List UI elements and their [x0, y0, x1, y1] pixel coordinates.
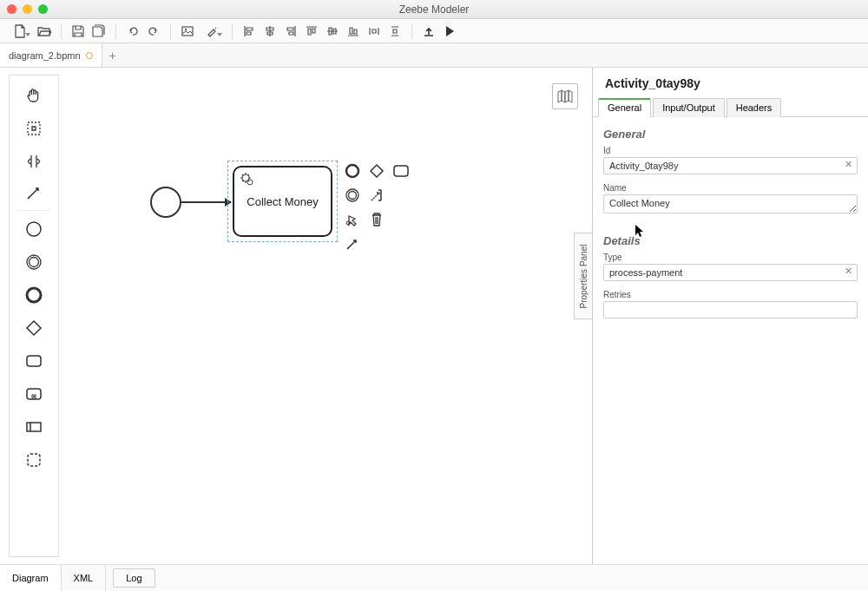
- bottom-bar: Diagram XML Log: [0, 564, 868, 591]
- bottom-tab-xml[interactable]: XML: [62, 565, 107, 591]
- color-button[interactable]: [199, 22, 225, 41]
- tool-palette: [9, 75, 59, 557]
- file-tabs: diagram_2.bpmn +: [0, 43, 868, 68]
- bpmn-sequence-flow[interactable]: [181, 201, 231, 203]
- maximize-window-button[interactable]: [38, 4, 48, 14]
- properties-element-name: Activity_0tay98y: [593, 68, 868, 97]
- pool-tool[interactable]: [17, 410, 50, 443]
- align-left-button[interactable]: [240, 22, 259, 41]
- clear-type-button[interactable]: ✕: [845, 266, 852, 277]
- append-end-event-button[interactable]: [341, 160, 364, 182]
- align-top-button[interactable]: [302, 22, 321, 41]
- minimap-button[interactable]: [552, 83, 578, 109]
- type-label: Type: [603, 253, 858, 262]
- distribute-v-button[interactable]: [385, 22, 404, 41]
- svg-point-17: [349, 192, 357, 200]
- svg-rect-10: [27, 423, 41, 431]
- context-pad: [341, 160, 412, 255]
- svg-rect-0: [182, 27, 193, 36]
- connect-button[interactable]: [341, 233, 364, 255]
- id-input[interactable]: [603, 157, 858, 174]
- retries-label: Retries: [603, 290, 858, 299]
- align-center-button[interactable]: [260, 22, 279, 41]
- space-tool[interactable]: [17, 145, 50, 178]
- svg-point-5: [30, 258, 39, 267]
- minimize-window-button[interactable]: [23, 4, 32, 14]
- file-tab-name: diagram_2.bpmn: [9, 50, 81, 61]
- bpmn-service-task[interactable]: Collect Money: [233, 166, 332, 237]
- annotation-button[interactable]: [365, 184, 388, 207]
- end-event-tool[interactable]: [17, 279, 50, 312]
- id-label: Id: [603, 146, 858, 155]
- svg-point-14: [346, 165, 358, 177]
- align-bottom-button[interactable]: [344, 22, 363, 41]
- bottom-tab-diagram[interactable]: Diagram: [0, 565, 62, 591]
- connect-tool[interactable]: [17, 178, 50, 211]
- group-tool[interactable]: [17, 443, 50, 476]
- deploy-button[interactable]: [419, 22, 438, 41]
- svg-rect-11: [28, 454, 40, 466]
- properties-tab-headers[interactable]: Headers: [727, 98, 782, 117]
- task-tool[interactable]: [17, 345, 50, 378]
- new-file-button[interactable]: [7, 22, 33, 41]
- service-task-icon: [240, 172, 255, 187]
- svg-rect-7: [27, 356, 41, 366]
- hand-tool[interactable]: [17, 79, 50, 112]
- type-input[interactable]: [603, 264, 858, 281]
- append-intermediate-event-button[interactable]: [341, 184, 364, 207]
- save-all-button[interactable]: [89, 22, 108, 41]
- file-tab[interactable]: diagram_2.bpmn: [0, 43, 102, 67]
- save-button[interactable]: [69, 22, 88, 41]
- svg-rect-8: [27, 389, 41, 399]
- redo-button[interactable]: [144, 22, 163, 41]
- svg-rect-2: [28, 122, 40, 135]
- gateway-tool[interactable]: [17, 312, 50, 345]
- toolbar: [0, 19, 868, 43]
- lasso-tool[interactable]: [17, 112, 50, 145]
- properties-panel-toggle-label: Properties Panel: [579, 244, 589, 308]
- task-label: Collect Money: [247, 195, 318, 208]
- diagram-canvas[interactable]: Collect Money Properties Panel: [59, 68, 592, 564]
- align-right-button[interactable]: [281, 22, 300, 41]
- name-label: Name: [603, 183, 858, 193]
- append-task-button[interactable]: [390, 160, 412, 182]
- append-gateway-button[interactable]: [365, 160, 388, 182]
- run-button[interactable]: [440, 22, 459, 41]
- properties-tab-general[interactable]: General: [598, 98, 651, 117]
- properties-panel-toggle[interactable]: Properties Panel: [574, 233, 593, 319]
- align-middle-button[interactable]: [323, 22, 342, 41]
- window-title: Zeebe Modeler: [0, 3, 868, 16]
- subprocess-tool[interactable]: [17, 378, 50, 410]
- change-type-button[interactable]: [341, 208, 364, 231]
- properties-panel: Activity_0tay98y General Input/Output He…: [592, 68, 868, 564]
- properties-tabs: General Input/Output Headers: [593, 97, 868, 117]
- distribute-h-button[interactable]: [365, 22, 384, 41]
- log-button[interactable]: Log: [113, 568, 155, 588]
- svg-point-3: [27, 222, 41, 236]
- add-tab-button[interactable]: +: [102, 43, 123, 67]
- unsaved-indicator-icon: [86, 52, 93, 59]
- titlebar: Zeebe Modeler: [0, 0, 868, 19]
- close-window-button[interactable]: [7, 4, 16, 14]
- image-button[interactable]: [178, 22, 197, 41]
- bpmn-start-event[interactable]: [150, 187, 181, 218]
- svg-point-1: [185, 28, 187, 30]
- svg-rect-15: [394, 166, 408, 176]
- properties-tab-input-output[interactable]: Input/Output: [653, 98, 725, 117]
- start-event-tool[interactable]: [17, 213, 50, 246]
- undo-button[interactable]: [123, 22, 142, 41]
- intermediate-event-tool[interactable]: [17, 246, 50, 279]
- clear-id-button[interactable]: ✕: [845, 159, 852, 170]
- section-general: General: [603, 128, 858, 141]
- open-file-button[interactable]: [35, 22, 54, 41]
- svg-point-13: [247, 180, 253, 185]
- delete-button[interactable]: [365, 208, 388, 231]
- svg-point-6: [27, 288, 41, 302]
- section-details: Details: [603, 234, 858, 247]
- name-input[interactable]: [603, 194, 858, 213]
- retries-input[interactable]: [603, 301, 858, 318]
